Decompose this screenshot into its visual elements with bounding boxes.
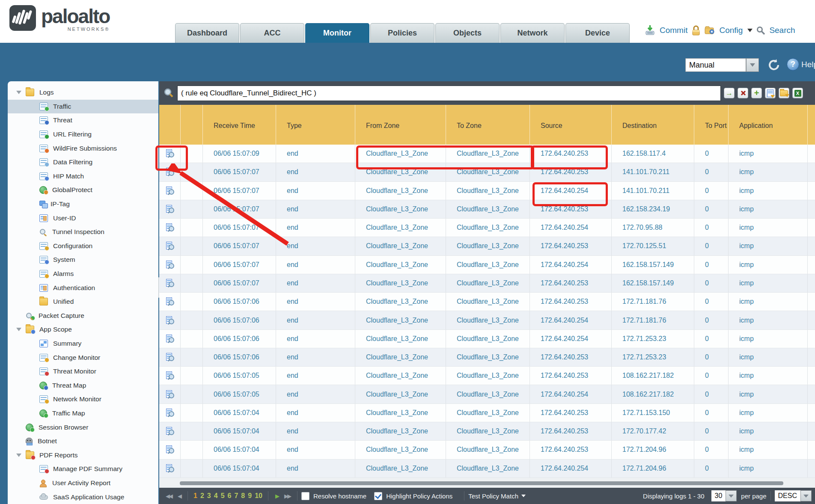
cell-to-port[interactable]: 0 [694, 219, 729, 237]
highlight-policy-actions-checkbox[interactable] [374, 492, 382, 500]
log-detail-icon[interactable] [166, 297, 173, 306]
cell-to-port[interactable]: 0 [694, 460, 729, 477]
first-page-button[interactable]: ◀◀ [166, 493, 172, 499]
column-header-to-zone[interactable]: To Zone [446, 105, 530, 145]
page-number-1[interactable]: 1 [193, 492, 197, 500]
sidebar-item-packet-capture[interactable]: Packet Capture [8, 309, 158, 323]
expand-caret-icon[interactable] [16, 328, 23, 331]
cell-source[interactable]: 172.64.240.253 [530, 441, 612, 459]
column-header-source[interactable]: Source [530, 105, 612, 145]
sidebar-item-globalprotect[interactable]: GlobalProtect [8, 183, 158, 197]
cell-application[interactable]: icmp [729, 145, 808, 163]
cell-from-zone[interactable]: Cloudflare_L3_Zone [355, 200, 446, 218]
cell-from-zone[interactable]: Cloudflare_L3_Zone [355, 441, 446, 459]
cell-from-zone[interactable]: Cloudflare_L3_Zone [355, 460, 446, 477]
cell-to-zone[interactable]: Cloudflare_L3_Zone [446, 163, 530, 181]
cell-application[interactable]: icmp [729, 200, 808, 218]
cell-from-zone[interactable]: Cloudflare_L3_Zone [355, 293, 446, 311]
cell-destination[interactable]: 172.70.125.51 [612, 237, 694, 255]
cell-destination[interactable]: 162.158.234.19 [612, 200, 694, 218]
cell-source[interactable]: 172.64.240.253 [530, 367, 612, 385]
tab-device[interactable]: Device [565, 23, 630, 43]
tab-objects[interactable]: Objects [435, 23, 500, 43]
cell-from-zone[interactable]: Cloudflare_L3_Zone [355, 256, 446, 274]
sidebar-item-configuration[interactable]: Configuration [8, 239, 158, 253]
sidebar-item-user-activity-report[interactable]: User Activity Report [8, 476, 158, 490]
column-header-a[interactable]: A [808, 105, 815, 145]
log-detail-icon[interactable] [166, 409, 173, 417]
cell-destination[interactable]: 172.71.153.150 [612, 404, 694, 422]
cell-application[interactable]: icmp [729, 311, 808, 329]
cell-to-zone[interactable]: Cloudflare_L3_Zone [446, 311, 530, 329]
page-number-5[interactable]: 5 [221, 492, 225, 500]
cell-source[interactable]: 172.64.240.253 [530, 163, 612, 181]
cell-destination[interactable]: 172.71.253.23 [612, 348, 694, 366]
cell-destination[interactable]: 108.162.217.182 [612, 367, 694, 385]
sidebar-item-tunnel-inspection[interactable]: Tunnel Inspection [8, 225, 158, 239]
cell-application[interactable]: icmp [729, 422, 808, 440]
sidebar-item-summary[interactable]: Summary [8, 337, 158, 351]
cell-destination[interactable]: 141.101.70.211 [612, 182, 694, 200]
cell-to-port[interactable]: 0 [694, 163, 729, 181]
cell-application[interactable]: icmp [729, 237, 808, 255]
log-detail-icon[interactable] [166, 390, 173, 399]
sidebar-item-data-filtering[interactable]: Data Filtering [8, 155, 158, 169]
cell-application[interactable]: icmp [729, 293, 808, 311]
cell-source[interactable]: 172.64.240.253 [530, 348, 612, 366]
cell-from-zone[interactable]: Cloudflare_L3_Zone [355, 367, 446, 385]
sidebar-item-network-monitor[interactable]: Network Monitor [8, 392, 158, 406]
cell-to-zone[interactable]: Cloudflare_L3_Zone [446, 348, 530, 366]
tab-network[interactable]: Network [500, 23, 565, 43]
cell-to-port[interactable]: 0 [694, 237, 729, 255]
page-number-3[interactable]: 3 [207, 492, 211, 500]
column-header-type[interactable]: Type [276, 105, 355, 145]
cell-to-port[interactable]: 0 [694, 385, 729, 403]
log-detail-icon[interactable] [166, 168, 173, 176]
filter-builder-button[interactable] [765, 88, 776, 98]
log-detail-icon[interactable] [166, 205, 173, 213]
column-header-to-port[interactable]: To Port [694, 105, 729, 145]
page-number-10[interactable]: 10 [255, 492, 262, 500]
clear-filter-button[interactable] [738, 88, 748, 98]
cell-to-port[interactable]: 0 [694, 182, 729, 200]
last-page-button[interactable]: ▶▶ [284, 493, 290, 499]
cell-application[interactable]: icmp [729, 367, 808, 385]
cell-to-zone[interactable]: Cloudflare_L3_Zone [446, 145, 530, 163]
sort-order-caret[interactable] [800, 490, 812, 501]
help-label[interactable]: Help [801, 60, 815, 69]
page-number-4[interactable]: 4 [214, 492, 218, 500]
page-size-caret[interactable] [726, 490, 737, 501]
cell-to-zone[interactable]: Cloudflare_L3_Zone [446, 274, 530, 292]
config-caret-icon[interactable] [747, 29, 753, 32]
cell-source[interactable]: 172.64.240.254 [530, 311, 612, 329]
sidebar-item-threat[interactable]: Threat [8, 113, 158, 127]
log-detail-icon[interactable] [166, 149, 173, 158]
sidebar-item-url-filtering[interactable]: URL Filtering [8, 127, 158, 142]
log-detail-icon[interactable] [166, 187, 173, 195]
cell-source[interactable]: 172.64.240.254 [530, 460, 612, 477]
refresh-mode-caret[interactable] [746, 58, 759, 72]
cell-source[interactable]: 172.64.240.253 [530, 293, 612, 311]
cell-to-zone[interactable]: Cloudflare_L3_Zone [446, 422, 530, 440]
page-number-9[interactable]: 9 [248, 492, 252, 500]
expand-caret-icon[interactable] [16, 91, 23, 94]
cell-from-zone[interactable]: Cloudflare_L3_Zone [355, 219, 446, 237]
cell-to-port[interactable]: 0 [694, 422, 729, 440]
column-header-receive-time[interactable]: Receive Time [203, 105, 276, 145]
prev-page-button[interactable]: ◀ [178, 493, 181, 499]
search-button[interactable]: Search [769, 26, 795, 35]
cell-source[interactable]: 172.64.240.253 [530, 200, 612, 218]
cell-application[interactable]: icmp [729, 163, 808, 181]
cell-from-zone[interactable]: Cloudflare_L3_Zone [355, 311, 446, 329]
cell-application[interactable]: icmp [729, 274, 808, 292]
cell-destination[interactable]: 172.71.253.23 [612, 330, 694, 348]
cell-application[interactable]: icmp [729, 182, 808, 200]
sidebar-item-ip-tag[interactable]: IP-Tag [8, 197, 158, 211]
cell-from-zone[interactable]: Cloudflare_L3_Zone [355, 330, 446, 348]
cell-application[interactable]: icmp [729, 219, 808, 237]
cell-to-zone[interactable]: Cloudflare_L3_Zone [446, 367, 530, 385]
cell-to-port[interactable]: 0 [694, 311, 729, 329]
page-number-2[interactable]: 2 [200, 492, 204, 500]
cell-to-port[interactable]: 0 [694, 256, 729, 274]
sidebar-item-session-browser[interactable]: Session Browser [8, 420, 158, 434]
